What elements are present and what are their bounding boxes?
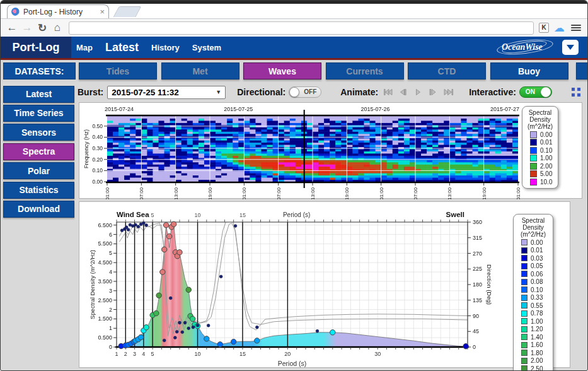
burst-select[interactable]: 2015-07-25 11:32 ▼ xyxy=(107,86,226,99)
legend-entry: 1.00 xyxy=(516,318,550,325)
y-tick-label: 0.30 xyxy=(92,145,103,151)
sidebar-item-sensors[interactable]: Sensors xyxy=(3,124,74,141)
legend-title: Spectral xyxy=(525,109,555,116)
legend-swatch xyxy=(521,326,527,333)
direction-dot xyxy=(183,321,187,324)
time-tick-label: 13:00 xyxy=(447,187,453,199)
legend-value: 10.0 xyxy=(540,179,552,186)
y-tick-label: 0.50 xyxy=(92,123,103,129)
x-tick-label: 4 xyxy=(142,351,145,357)
step-back-icon[interactable] xyxy=(398,88,408,96)
legend-swatch xyxy=(530,155,537,162)
direction-dot xyxy=(234,225,237,228)
skip-end-icon[interactable] xyxy=(444,88,454,96)
y-tick-label: 0.20 xyxy=(92,156,103,163)
x-tick-label: 3 xyxy=(133,351,136,357)
toggle-state: OFF xyxy=(304,88,316,95)
y-axis-label: Spectral Density (m^2/Hz) xyxy=(89,250,96,319)
y2-tick-label: 90 xyxy=(473,313,479,319)
legend-swatch xyxy=(521,239,527,245)
sidebar-item-latest[interactable]: Latest xyxy=(3,86,74,103)
legend-value: 0.10 xyxy=(540,147,552,154)
nav-item-history[interactable]: History xyxy=(151,43,180,52)
dataset-tab-ctd[interactable]: CTD xyxy=(408,62,486,80)
dataset-tab-waves[interactable]: Waves xyxy=(243,62,321,80)
legend-value: 0.00 xyxy=(540,131,552,138)
legend-entry: 0.78 xyxy=(516,310,550,317)
legend-entry: 2.00 xyxy=(516,357,550,364)
sidebar-item-download[interactable]: Download xyxy=(3,201,74,218)
fullscreen-icon[interactable] xyxy=(572,88,580,97)
reload-icon[interactable]: ↻ xyxy=(35,21,50,35)
play-icon[interactable] xyxy=(413,88,424,96)
nav-dropdown-button[interactable] xyxy=(562,40,579,55)
nav-item-latest[interactable]: Latest xyxy=(105,41,139,54)
skip-end-glyph xyxy=(452,90,453,95)
direction-dot xyxy=(219,275,222,278)
legend-value: 1.20 xyxy=(531,326,543,333)
time-tick-label: 07:00 xyxy=(139,187,144,199)
address-bar[interactable] xyxy=(69,21,534,35)
legend-entry: 1.40 xyxy=(516,334,550,341)
y-tick-label: 3 xyxy=(109,288,112,294)
sidebar-item-statistics[interactable]: Statistics xyxy=(3,182,74,199)
y-tick-label: 4.500 xyxy=(98,259,112,266)
legend-value: 2.50 xyxy=(531,365,543,371)
time-tick-label: 07:00 xyxy=(276,187,282,199)
play-glyph xyxy=(417,90,420,95)
y-tick-label: 5 xyxy=(109,250,112,256)
forward-icon[interactable]: → xyxy=(20,21,35,34)
browser-menu-icon[interactable] xyxy=(571,23,581,32)
legend-entry: 0.33 xyxy=(516,294,550,301)
sidebar-item-polar[interactable]: Polar xyxy=(3,162,74,179)
nav-items: Map Latest History System xyxy=(76,37,221,58)
dataset-tab-extra[interactable] xyxy=(576,62,588,80)
time-tick-label: 19:00 xyxy=(207,187,213,199)
interactive-toggle[interactable]: ON xyxy=(519,86,552,98)
legend-entry: 0.00 xyxy=(525,131,555,138)
skip-start-icon[interactable] xyxy=(383,88,393,96)
dataset-tab-currents[interactable]: Currents xyxy=(326,62,404,80)
legend-value: 1.80 xyxy=(531,350,543,356)
spectrum-marker xyxy=(161,247,166,252)
legend-title: Density xyxy=(525,116,555,123)
browser-tab[interactable]: Port-Log - History × xyxy=(7,4,109,18)
legend-entry: 0.08 xyxy=(516,278,550,285)
legend-entry: 0.00 xyxy=(516,239,550,246)
home-icon[interactable]: ⌂ xyxy=(50,21,65,34)
legend-entry: 0.03 xyxy=(516,255,550,262)
app-brand[interactable]: Port-Log xyxy=(1,37,71,58)
date-label: 2015-07-25 xyxy=(224,106,253,112)
x-tick-label: 1 xyxy=(115,351,118,357)
new-tab-button[interactable] xyxy=(113,6,141,17)
legend-value: 0.01 xyxy=(540,139,552,146)
step-forward-icon[interactable] xyxy=(429,88,439,96)
nav-item-system[interactable]: System xyxy=(192,43,221,52)
y2-tick-label: 270 xyxy=(473,250,482,257)
direction-dot xyxy=(137,225,140,228)
legend-value: 0.00 xyxy=(531,239,543,246)
toggle-knob xyxy=(289,87,299,97)
spectrum-legend: SpectralDensity(m^2/Hz)0.000.010.030.050… xyxy=(513,214,553,371)
extension-icon[interactable]: K xyxy=(539,23,549,33)
y2-tick-label: 315 xyxy=(473,235,482,241)
app-navbar: Port-Log Map Latest History System Ocean… xyxy=(1,37,587,58)
browser-tabstrip: Port-Log - History × xyxy=(1,4,587,18)
back-icon[interactable]: ← xyxy=(4,21,20,34)
direction-dot xyxy=(173,336,176,339)
close-tab-icon[interactable]: × xyxy=(100,7,105,16)
legend-value: 0.01 xyxy=(531,247,543,254)
dataset-tab-met[interactable]: Met xyxy=(161,62,239,80)
toggle-state: ON xyxy=(526,88,535,95)
cloud-sync-icon[interactable]: ☁ xyxy=(554,21,565,35)
sidebar-item-spectra[interactable]: Spectra xyxy=(3,143,74,160)
y-tick-label: 2 xyxy=(109,307,112,313)
legend-swatch xyxy=(530,163,537,170)
dataset-tab-tides[interactable]: Tides xyxy=(79,62,157,80)
date-label: 2015-07-24 xyxy=(105,106,134,112)
directional-toggle[interactable]: OFF xyxy=(289,86,321,98)
y-tick-label: 6 xyxy=(109,232,112,238)
nav-item-map[interactable]: Map xyxy=(76,43,93,52)
sidebar-item-time-series[interactable]: Time Series xyxy=(3,105,74,122)
dataset-tab-buoy[interactable]: Buoy xyxy=(490,62,568,80)
